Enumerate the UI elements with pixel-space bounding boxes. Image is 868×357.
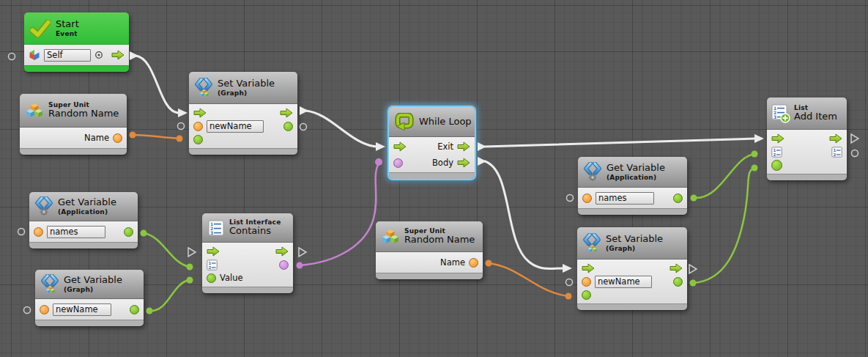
flow-out-port[interactable]	[280, 108, 293, 118]
wire-endpoint	[187, 277, 193, 284]
game-object-cube-icon	[29, 49, 40, 61]
node-list-contains[interactable]: List Interface Contains Value	[202, 213, 293, 293]
unconnected-indicator	[567, 195, 574, 202]
node-scope: (Graph)	[218, 89, 275, 97]
list-icon	[208, 220, 224, 236]
flow-out-port[interactable]	[275, 246, 289, 257]
node-get-variable-graph[interactable]: Get Variable (Graph)	[35, 270, 144, 326]
wire-getnames2-to-additem-list[interactable]	[694, 154, 754, 198]
wire-endpoint	[691, 195, 697, 202]
exit-flow-out-port[interactable]	[457, 141, 470, 152]
get-variable-application-icon	[35, 196, 53, 217]
graph-canvas[interactable]: 123 12 Start E	[0, 0, 868, 357]
name-string-out-port[interactable]	[469, 258, 478, 268]
wire-randomname1-to-setvariable1[interactable]	[133, 135, 179, 139]
node-title: Start	[56, 19, 79, 30]
node-get-variable-application-1[interactable]: Get Variable (Application)	[29, 192, 138, 249]
variable-name-input[interactable]	[596, 192, 654, 205]
flow-out-port[interactable]	[111, 50, 125, 60]
variable-name-input[interactable]	[595, 276, 652, 288]
flow-in-port[interactable]	[582, 263, 595, 273]
variable-name-in-port[interactable]	[193, 122, 203, 131]
unconnected-flow-indicator	[188, 248, 196, 257]
flow-in-port[interactable]	[393, 141, 407, 152]
node-random-name-2[interactable]: Super Unit Random Name Name	[376, 221, 483, 279]
super-unit-blocks-icon	[26, 103, 43, 119]
variable-name-input[interactable]	[47, 226, 105, 238]
set-variable-graph-icon	[583, 233, 601, 254]
wire-endpoint	[130, 132, 136, 139]
flow-in-port[interactable]	[193, 108, 207, 118]
variable-name-input[interactable]	[207, 120, 264, 133]
wire-contains-to-whileloop-condition[interactable]	[300, 165, 378, 265]
flow-in-port[interactable]	[771, 133, 784, 144]
node-title: Contains	[229, 226, 281, 237]
node-scope: (Application)	[58, 208, 116, 216]
wire-endpoint	[375, 158, 382, 166]
list-out-port[interactable]	[831, 147, 842, 158]
value-in-port[interactable]	[207, 273, 216, 283]
item-in-port[interactable]	[771, 160, 782, 171]
value-out-port[interactable]	[124, 227, 133, 237]
node-list-add-item[interactable]: List Add Item	[767, 97, 847, 180]
unconnected-flow-indicator	[689, 265, 697, 273]
wire-getnames1-to-contains-list[interactable]	[144, 233, 190, 267]
get-variable-application-icon	[584, 162, 601, 183]
wire-start-to-setvariable1[interactable]	[136, 56, 178, 113]
wire-start-dest-arrow	[178, 108, 188, 117]
node-title: Set Variable	[606, 234, 663, 245]
super-unit-blocks-icon	[382, 229, 399, 245]
wire-body-to-setvariable2[interactable]	[485, 161, 563, 269]
body-label: Body	[432, 158, 453, 168]
node-random-name-1[interactable]: Super Unit Random Name Name	[20, 94, 127, 155]
wire-setvariable2-dest-arrow	[563, 264, 572, 273]
variable-name-in-port[interactable]	[582, 194, 592, 203]
body-flow-out-port[interactable]	[457, 158, 470, 168]
node-while-loop[interactable]: While Loop Exit Body	[389, 107, 475, 179]
unconnected-indicator	[9, 54, 15, 60]
unconnected-indicator	[178, 123, 185, 130]
wire-setvariable2-to-additem-item[interactable]	[693, 168, 754, 283]
self-target-input[interactable]	[44, 49, 91, 62]
value-out-port[interactable]	[673, 277, 683, 287]
wire-exit-to-additem[interactable]	[485, 139, 755, 147]
result-bool-out-port[interactable]	[279, 260, 289, 270]
variable-name-in-port[interactable]	[40, 305, 49, 314]
flow-out-port[interactable]	[829, 133, 842, 144]
wire-endpoint	[297, 262, 303, 269]
exit-label: Exit	[437, 141, 453, 152]
condition-in-port[interactable]	[393, 158, 403, 168]
name-string-out-port[interactable]	[113, 133, 122, 143]
variable-name-in-port[interactable]	[34, 227, 43, 237]
node-subtitle: Event	[56, 30, 79, 37]
wire-exit-source-arrow	[478, 142, 486, 151]
wire-setvariable1-to-whileloop[interactable]	[305, 111, 376, 147]
object-picker-icon[interactable]	[94, 51, 103, 59]
unconnected-indicator	[24, 307, 31, 314]
node-title: Random Name	[48, 108, 119, 119]
unconnected-flow-indicator	[299, 248, 306, 257]
list-in-port[interactable]	[771, 147, 782, 158]
node-get-variable-application-2[interactable]: Get Variable (Application)	[578, 157, 687, 215]
flow-in-port[interactable]	[207, 246, 220, 257]
node-title: Get Variable	[58, 197, 116, 208]
wire-randomname2-to-setvariable2[interactable]	[489, 263, 568, 296]
flow-out-port[interactable]	[669, 263, 683, 273]
wire-endpoint	[690, 280, 697, 287]
list-add-icon	[771, 104, 790, 123]
list-in-port[interactable]	[207, 260, 218, 270]
variable-name-in-port[interactable]	[582, 277, 591, 287]
set-variable-graph-icon	[195, 78, 212, 98]
node-title: Random Name	[404, 235, 475, 246]
value-out-port[interactable]	[673, 194, 683, 203]
node-start-event[interactable]: Start Event	[24, 12, 129, 72]
value-in-port[interactable]	[582, 290, 591, 300]
node-set-variable-graph-2[interactable]: Set Variable (Graph)	[577, 227, 687, 310]
wire-getnewname-to-contains-value[interactable]	[149, 280, 190, 311]
node-set-variable-graph-1[interactable]: Set Variable (Graph)	[189, 72, 297, 155]
value-out-port[interactable]	[283, 122, 293, 131]
variable-name-input[interactable]	[53, 303, 111, 316]
value-in-port[interactable]	[193, 135, 203, 144]
value-label: Value	[220, 273, 243, 283]
value-out-port[interactable]	[130, 305, 139, 314]
